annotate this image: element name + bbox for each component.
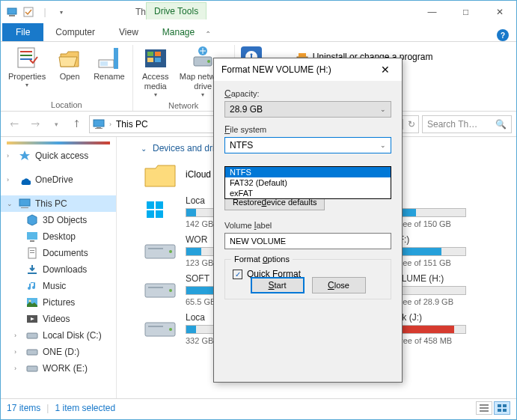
dialog-close-button[interactable]: ✕: [375, 61, 396, 79]
nav-videos[interactable]: Videos: [1, 311, 116, 327]
nav-3d-objects[interactable]: 3D Objects: [1, 212, 116, 228]
breadcrumb-this-pc[interactable]: This PC: [116, 119, 148, 130]
filesystem-dropdown-list: NTFS FAT32 (Default) exFAT: [224, 166, 391, 199]
help-icon[interactable]: ?: [497, 29, 509, 41]
svg-rect-47: [148, 248, 163, 249]
up-button[interactable]: 🡑: [68, 115, 86, 133]
maximize-button[interactable]: □: [449, 1, 483, 23]
search-input[interactable]: Search Th… 🔍: [422, 115, 512, 133]
fs-option-exfat[interactable]: exFAT: [225, 188, 391, 198]
svg-rect-9: [114, 48, 118, 69]
svg-rect-27: [30, 240, 34, 242]
svg-rect-69: [503, 409, 507, 412]
nav-music[interactable]: Music: [1, 278, 116, 294]
qat-dropdown-icon[interactable]: ▾: [55, 5, 68, 19]
format-dialog: Format NEW VOLUME (H:) ✕ Capacity: 28.9 …: [213, 58, 403, 383]
svg-rect-24: [19, 199, 30, 206]
svg-point-46: [169, 250, 172, 253]
svg-rect-67: [503, 404, 507, 407]
close-button[interactable]: Close: [312, 277, 366, 293]
svg-rect-35: [27, 333, 37, 338]
back-button[interactable]: 🡐: [5, 115, 23, 133]
pc-icon: [93, 118, 105, 130]
format-options-legend: Format options: [231, 254, 293, 264]
svg-rect-29: [30, 250, 34, 251]
nav-desktop[interactable]: Desktop: [1, 228, 116, 245]
volume-label-label: Volume label: [224, 220, 391, 231]
cube-icon: [26, 214, 38, 226]
drive-icon: [26, 362, 38, 374]
nav-documents[interactable]: Documents: [1, 245, 116, 261]
video-icon: [26, 313, 38, 325]
close-button[interactable]: ✕: [483, 1, 516, 23]
drive-icon: [142, 312, 178, 342]
nav-one-d[interactable]: ›ONE (D:): [1, 344, 116, 360]
svg-rect-65: [480, 410, 489, 412]
svg-rect-1: [9, 15, 15, 16]
svg-rect-4: [20, 51, 32, 52]
properties-button[interactable]: Properties ▾: [5, 45, 49, 99]
filesystem-select[interactable]: NTFS⌄: [224, 137, 391, 153]
start-button[interactable]: Start: [251, 277, 305, 293]
filesystem-label: File system: [224, 124, 391, 135]
access-media-button[interactable]: Access media ▾: [138, 45, 174, 100]
forward-button[interactable]: 🡒: [26, 115, 44, 133]
svg-rect-2: [24, 7, 33, 16]
pc-icon: [19, 198, 31, 210]
qat-properties-icon[interactable]: [22, 5, 35, 19]
nav-this-pc[interactable]: ⌄This PC: [1, 195, 116, 212]
tab-view[interactable]: View: [107, 23, 150, 41]
dialog-titlebar: Format NEW VOLUME (H:) ✕: [214, 58, 402, 81]
tab-manage[interactable]: Manage: [150, 23, 207, 41]
tiles-view-button[interactable]: [494, 401, 510, 415]
search-placeholder: Search Th…: [427, 119, 477, 130]
capacity-label: Capacity:: [224, 88, 391, 99]
svg-rect-25: [21, 207, 28, 208]
nav-onedrive[interactable]: ›OneDrive: [1, 171, 116, 188]
svg-rect-21: [94, 120, 104, 127]
svg-rect-14: [155, 58, 161, 62]
drive-icon: [26, 346, 38, 358]
file-tab[interactable]: File: [2, 23, 43, 41]
capacity-select[interactable]: 28.9 GB⌄: [224, 101, 391, 118]
svg-rect-13: [147, 58, 153, 62]
open-label: Open: [60, 72, 80, 82]
tab-computer[interactable]: Computer: [43, 23, 107, 41]
cloud-icon: [19, 174, 31, 186]
nav-quick-access[interactable]: ›Quick access: [1, 147, 116, 164]
recent-dropdown[interactable]: ▾: [47, 115, 65, 133]
dialog-title: Format NEW VOLUME (H:): [221, 64, 331, 75]
nav-pictures[interactable]: Pictures: [1, 294, 116, 311]
network-drive-icon: [191, 46, 215, 70]
nav-work-e[interactable]: ›WORK (E:): [1, 360, 116, 377]
fs-option-fat32[interactable]: FAT32 (Default): [225, 177, 391, 188]
svg-rect-12: [155, 52, 161, 56]
dropdown-icon: ▾: [25, 82, 28, 88]
open-button[interactable]: Open: [52, 45, 88, 99]
minimize-button[interactable]: —: [415, 1, 449, 23]
navigation-pane: ›Quick access ›OneDrive ⌄This PC 3D Obje…: [1, 137, 117, 398]
access-media-label: Access media: [142, 72, 168, 91]
svg-rect-0: [7, 8, 16, 14]
fs-option-ntfs[interactable]: NTFS: [225, 167, 391, 177]
drive-icon: [142, 273, 178, 303]
selected-count: 1 item selected: [55, 403, 115, 413]
nav-downloads[interactable]: Downloads: [1, 261, 116, 278]
svg-rect-37: [27, 366, 37, 371]
svg-rect-30: [30, 252, 34, 253]
ribbon-tabs: File Computer View Manage ˆ ?: [1, 23, 516, 42]
collapse-ribbon-icon[interactable]: ˆ: [207, 31, 209, 41]
refresh-button[interactable]: ↻: [403, 119, 415, 130]
details-view-button[interactable]: [476, 401, 492, 415]
svg-rect-23: [95, 128, 103, 129]
contextual-tab-drive-tools: Drive Tools: [146, 2, 207, 19]
svg-rect-3: [18, 48, 34, 67]
dropdown-icon: ▾: [154, 91, 157, 98]
svg-rect-8: [100, 61, 108, 66]
nav-local-c[interactable]: ›Local Disk (C:): [1, 327, 116, 344]
rename-button[interactable]: Rename: [91, 45, 128, 99]
chevron-right-icon: ›: [109, 121, 111, 128]
volume-label-input[interactable]: [224, 233, 391, 249]
svg-rect-59: [148, 326, 163, 327]
qat-divider: |: [38, 5, 52, 19]
